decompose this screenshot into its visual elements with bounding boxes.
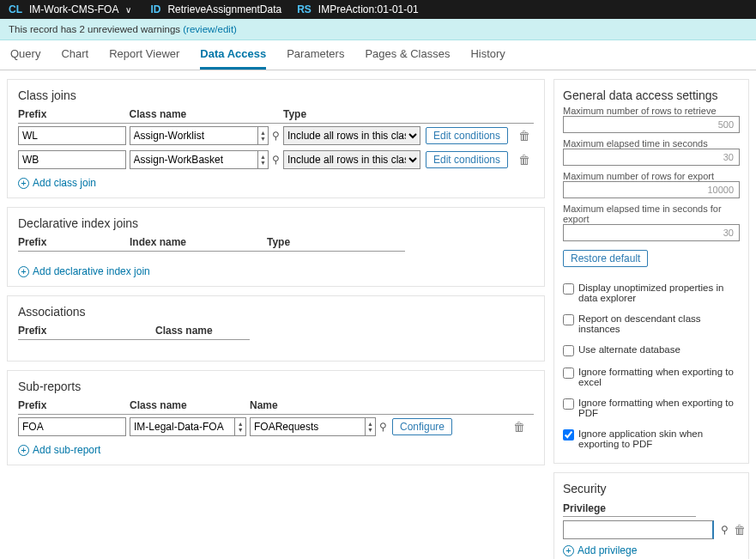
col-type: Type (267, 234, 405, 252)
col-prefix: Prefix (18, 322, 155, 340)
spinner-icon[interactable]: ▲▼ (258, 150, 269, 169)
search-icon[interactable]: ⚲ (379, 421, 387, 433)
associations-title: Associations (18, 305, 534, 319)
id-tag: ID (150, 3, 160, 15)
check-altdb[interactable] (563, 345, 574, 356)
prefix-input[interactable] (18, 150, 126, 169)
prefix-input[interactable] (18, 126, 126, 145)
privilege-label: Privilege (563, 499, 696, 517)
cl-value[interactable]: IM-Work-CMS-FOA (29, 3, 118, 15)
check-excel-label: Ignore formatting when exporting to exce… (578, 367, 740, 387)
check-unoptimized-label: Display unoptimized properties in data e… (578, 283, 740, 303)
max-time-label: Maximum elapsed time in seconds (563, 138, 740, 149)
chevron-down-icon[interactable]: ∨ (125, 5, 131, 15)
table-row: ▲▼ ▲▼ ⚲ Configure (18, 415, 534, 440)
general-title: General data access settings (563, 88, 740, 102)
rs-tag: RS (297, 3, 311, 15)
privilege-input[interactable] (563, 520, 714, 539)
check-descendant-label: Report on descendant class instances (578, 313, 740, 334)
max-rows-label: Maximum number of rows to retrieve (563, 106, 740, 116)
name-input[interactable] (250, 417, 366, 436)
prefix-input[interactable] (18, 417, 126, 436)
edit-conditions-button[interactable]: Edit conditions (426, 151, 508, 168)
add-privilege-link[interactable]: + Add privilege (563, 544, 637, 556)
add-sub-report-link[interactable]: + Add sub-report (18, 444, 100, 456)
class-joins-title: Class joins (18, 88, 534, 102)
check-skin[interactable] (563, 429, 574, 441)
col-class: Class name (130, 106, 283, 124)
spinner-icon[interactable]: ▲▼ (258, 126, 269, 145)
check-pdf[interactable] (563, 398, 574, 410)
col-class: Class name (155, 322, 250, 340)
tab-pages-classes[interactable]: Pages & Classes (365, 47, 450, 70)
general-settings-panel: General data access settings Maximum num… (553, 79, 749, 464)
max-time-export-label: Maximum elapsed time in seconds for expo… (563, 204, 740, 224)
tab-bar: Query Chart Report Viewer Data Access Pa… (0, 40, 756, 70)
add-class-join-link[interactable]: + Add class join (18, 177, 96, 189)
check-skin-label: Ignore application skin when exporting t… (578, 428, 740, 449)
security-title: Security (563, 482, 740, 495)
trash-icon[interactable]: 🗑 (518, 153, 530, 167)
configure-button[interactable]: Configure (392, 418, 452, 435)
trash-icon[interactable]: 🗑 (513, 420, 525, 434)
tab-history[interactable]: History (470, 47, 505, 70)
max-time-input[interactable] (563, 149, 740, 166)
class-joins-panel: Class joins Prefix Class name Type (7, 79, 545, 198)
search-icon[interactable]: ⚲ (272, 130, 280, 142)
tab-chart[interactable]: Chart (61, 47, 88, 70)
type-select[interactable]: Include all rows in this class (283, 150, 420, 169)
table-row: ▲▼ ⚲ Include all rows in this class Edit… (18, 124, 534, 149)
declarative-title: Declarative index joins (18, 216, 534, 230)
cl-tag: CL (9, 3, 22, 15)
max-rows-input[interactable] (563, 116, 740, 133)
main-content: Class joins Prefix Class name Type (0, 70, 756, 559)
col-prefix: Prefix (18, 234, 130, 252)
spinner-icon[interactable]: ▲▼ (235, 417, 246, 436)
max-rows-export-input[interactable] (563, 181, 740, 198)
add-declarative-link[interactable]: + Add declarative index join (18, 265, 150, 277)
check-descendant[interactable] (563, 314, 574, 325)
col-name: Name (250, 397, 506, 415)
declarative-joins-panel: Declarative index joins Prefix Index nam… (7, 207, 545, 287)
security-panel: Security Privilege ⚲ 🗑 + Add privilege (553, 472, 749, 559)
col-type: Type (283, 106, 511, 124)
rs-value: IMPreAction:01-01-01 (318, 3, 419, 15)
max-rows-export-label: Maximum number of rows for export (563, 171, 740, 181)
tab-data-access[interactable]: Data Access (200, 47, 266, 70)
sub-reports-title: Sub-reports (18, 380, 534, 393)
class-input[interactable] (130, 150, 258, 169)
warning-review-link[interactable]: (review/edit) (183, 24, 237, 34)
col-prefix: Prefix (18, 106, 130, 124)
spinner-icon[interactable]: ▲▼ (366, 417, 376, 436)
record-header: CL IM-Work-CMS-FOA ∨ ID RetrieveAssignme… (0, 0, 756, 19)
sub-reports-panel: Sub-reports Prefix Class name Name (7, 370, 545, 465)
class-input[interactable] (130, 126, 258, 145)
search-icon[interactable]: ⚲ (721, 524, 729, 536)
check-excel[interactable] (563, 368, 574, 379)
tab-query[interactable]: Query (10, 47, 40, 70)
class-input[interactable] (130, 417, 235, 436)
edit-conditions-button[interactable]: Edit conditions (426, 127, 508, 144)
check-altdb-label: Use alternate database (578, 344, 680, 355)
warning-text: This record has 2 unreviewed warnings (9, 24, 183, 34)
plus-icon: + (563, 545, 574, 556)
id-value: RetrieveAssignmentData (167, 3, 281, 15)
plus-icon: + (18, 178, 29, 189)
restore-default-button[interactable]: Restore default (563, 250, 648, 267)
check-unoptimized[interactable] (563, 283, 574, 295)
warning-bar: This record has 2 unreviewed warnings (r… (0, 19, 756, 40)
associations-panel: Associations Prefix Class name (7, 295, 545, 362)
tab-report-viewer[interactable]: Report Viewer (109, 47, 179, 70)
search-icon[interactable]: ⚲ (272, 154, 280, 166)
type-select[interactable]: Include all rows in this class (283, 126, 420, 145)
col-index: Index name (130, 234, 267, 252)
table-row: ▲▼ ⚲ Include all rows in this class Edit… (18, 148, 534, 172)
check-pdf-label: Ignore formatting when exporting to PDF (578, 398, 740, 418)
trash-icon[interactable]: 🗑 (734, 523, 746, 537)
tab-parameters[interactable]: Parameters (287, 47, 344, 70)
col-prefix: Prefix (18, 397, 130, 415)
plus-icon: + (18, 266, 29, 277)
max-time-export-input[interactable] (563, 224, 740, 241)
col-class: Class name (130, 397, 250, 415)
trash-icon[interactable]: 🗑 (518, 129, 530, 143)
